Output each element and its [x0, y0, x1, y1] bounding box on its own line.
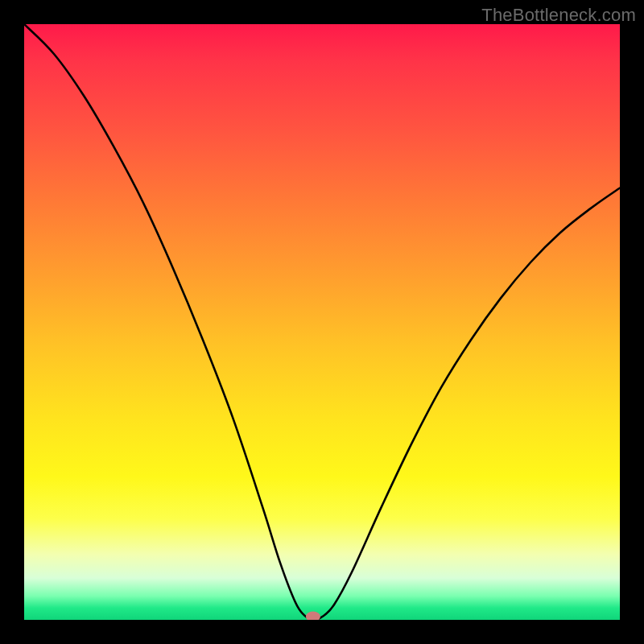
watermark-text: TheBottleneck.com [481, 5, 636, 26]
minimum-marker [306, 612, 320, 621]
curve-path [24, 24, 620, 620]
chart-frame: TheBottleneck.com [0, 0, 644, 644]
plot-area [24, 24, 620, 620]
bottleneck-curve [24, 24, 620, 620]
